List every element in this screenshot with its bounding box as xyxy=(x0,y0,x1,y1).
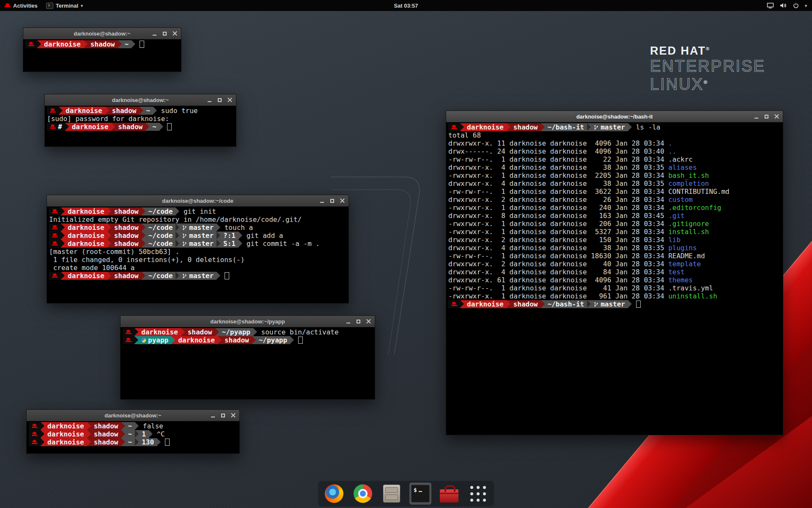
terminal-text: ls -la xyxy=(632,123,660,131)
terminal-content[interactable]: darknoiseshadow~/pyapp source bin/activa… xyxy=(121,327,375,400)
powerline-separator xyxy=(142,232,145,240)
clock[interactable]: Sat 03:57 xyxy=(394,3,418,9)
powerline-arrow xyxy=(171,336,175,344)
segment-text: darknoise xyxy=(47,422,84,430)
prompt-os-segment xyxy=(47,107,59,115)
close-button[interactable] xyxy=(228,98,232,102)
power-icon[interactable] xyxy=(793,3,799,8)
app-menu-terminal[interactable]: Terminal ▾ xyxy=(42,0,87,11)
maximize-button[interactable] xyxy=(162,31,167,36)
close-button[interactable] xyxy=(231,413,236,418)
minimize-button[interactable] xyxy=(211,413,215,418)
segment-text: ~ xyxy=(128,438,132,446)
segment-text: ~/pyapp xyxy=(259,336,287,344)
powerline-separator xyxy=(87,430,91,438)
terminal-line: [master (root-commit) 50bcb63] . xyxy=(49,248,348,256)
terminal-content[interactable]: darknoiseshadow~/bash-itmaster ls -latot… xyxy=(446,122,783,436)
powerline-arrow xyxy=(41,438,44,446)
segment-text: ~/bash-it xyxy=(548,123,584,131)
display-icon[interactable] xyxy=(767,3,774,8)
terminal-text: aliases xyxy=(668,163,697,171)
minimize-button[interactable] xyxy=(207,98,212,102)
dock-item-toolbox[interactable] xyxy=(438,483,460,505)
terminal-line: drwxrwxr-x. 4 darknoise darknoise 38 Jan… xyxy=(448,244,783,252)
terminal-text: plugins xyxy=(668,244,697,252)
prompt-segment: darknoise xyxy=(44,430,87,438)
activities-button[interactable]: Activities xyxy=(0,0,42,11)
powerline-arrow xyxy=(87,422,91,430)
prompt-segment: ~/code xyxy=(145,207,176,215)
powerline-separator xyxy=(145,123,149,131)
powerline-separator xyxy=(215,328,219,336)
terminal-line: -rw-rw-r--. 1 darknoise darknoise 18630 … xyxy=(448,252,783,260)
dock-item-chrome[interactable] xyxy=(352,483,374,505)
prompt-segment: darknoise xyxy=(69,123,112,131)
segment-text: shadow xyxy=(114,240,139,248)
dock-item-files[interactable] xyxy=(381,483,403,505)
window-titlebar[interactable]: darknoise@shadow:~/code xyxy=(47,195,348,207)
powerline-separator xyxy=(252,336,256,344)
window-titlebar[interactable]: darknoise@shadow:~/bash-it xyxy=(446,111,783,122)
window-titlebar[interactable]: darknoise@shadow:~ xyxy=(23,28,181,39)
redhat-icon xyxy=(50,124,56,130)
prompt-segment: shadow xyxy=(111,207,142,215)
dock-item-firefox[interactable] xyxy=(323,483,345,505)
prompt-segment: ~/code xyxy=(145,240,176,248)
prompt-os-segment xyxy=(123,328,134,336)
dock-item-app-grid[interactable] xyxy=(467,483,489,505)
powerline-separator xyxy=(37,40,41,48)
window-titlebar[interactable]: darknoise@shadow:~ xyxy=(27,410,239,421)
minimize-button[interactable] xyxy=(152,31,157,36)
prompt-segment: shadow xyxy=(111,240,142,248)
terminal-text: drwx------. 24 darknoise darknoise 4096 … xyxy=(448,147,668,155)
volume-icon[interactable] xyxy=(780,3,787,8)
terminal-text: -rwxrwxr-x. 1 darknoise darknoise 240 Ja… xyxy=(448,204,668,212)
terminal-content[interactable]: darknoiseshadow~/code git initInitialize… xyxy=(47,207,348,304)
powerline-arrow xyxy=(460,123,464,131)
git-branch-icon xyxy=(182,225,187,231)
terminal-content[interactable]: darknoiseshadow~ xyxy=(23,39,181,72)
minimize-button[interactable] xyxy=(754,114,759,119)
prompt-segment: shadow xyxy=(91,422,121,430)
terminal-cursor xyxy=(298,337,303,344)
terminal-text: drwxrwxr-x. 2 darknoise darknoise 150 Ja… xyxy=(448,236,668,244)
powerline-separator xyxy=(107,224,111,232)
segment-text: master xyxy=(189,232,214,240)
prompt-segment: shadow xyxy=(111,272,142,280)
window-titlebar[interactable]: darknoise@shadow:~ xyxy=(45,94,236,106)
segment-text: master xyxy=(601,123,625,131)
chevron-down-icon[interactable]: ▾ xyxy=(805,3,807,8)
powerline-arrow xyxy=(107,232,111,239)
close-button[interactable] xyxy=(340,199,345,203)
terminal-text: -rwxrwxr-x. 1 darknoise darknoise 206 Ja… xyxy=(448,220,668,228)
terminal-content[interactable]: darknoiseshadow~ falsedarknoiseshadow~1 … xyxy=(27,421,239,454)
window-titlebar[interactable]: darknoise@shadow:~/pyapp xyxy=(121,316,375,327)
powerline-separator xyxy=(290,336,294,344)
maximize-button[interactable] xyxy=(217,98,222,102)
close-button[interactable] xyxy=(173,31,177,36)
chrome-icon xyxy=(354,484,372,503)
prompt-segment: darknoise xyxy=(464,123,507,131)
dock-item-terminal[interactable] xyxy=(409,483,431,505)
segment-text: pyapp xyxy=(148,336,168,344)
minimize-button[interactable] xyxy=(346,319,351,324)
prompt-segment: shadow xyxy=(185,328,215,336)
powerline-arrow xyxy=(59,107,63,114)
powerline-separator xyxy=(142,240,145,248)
maximize-button[interactable] xyxy=(356,319,361,324)
powerline-separator xyxy=(107,207,111,215)
minimize-button[interactable] xyxy=(320,199,324,203)
close-button[interactable] xyxy=(366,319,371,324)
terminal-content[interactable]: darknoiseshadow~ sudo true[sudo] passwor… xyxy=(45,106,236,147)
git-branch-segment: master xyxy=(179,240,217,248)
close-button[interactable] xyxy=(774,114,779,119)
terminal-text: -rwxrwxr-x. 1 darknoise darknoise 5327 J… xyxy=(448,228,668,236)
prompt-segment: ~ xyxy=(125,430,135,438)
system-status-area[interactable]: ▾ xyxy=(764,0,809,11)
git-branch-segment: master xyxy=(591,300,628,308)
maximize-button[interactable] xyxy=(764,114,769,119)
maximize-button[interactable] xyxy=(221,413,225,418)
maximize-button[interactable] xyxy=(330,199,335,203)
redhat-icon xyxy=(126,337,132,343)
terminal-text: [master (root-commit) 50bcb63] . xyxy=(49,248,179,256)
